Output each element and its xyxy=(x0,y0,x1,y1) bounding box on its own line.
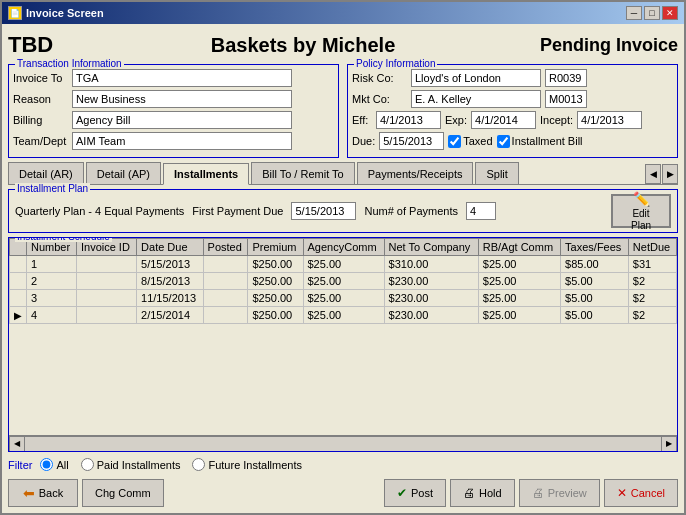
reason-input[interactable] xyxy=(72,90,292,108)
schedule-table: Number Invoice ID Date Due Posted Premiu… xyxy=(9,238,677,324)
post-check-icon: ✔ xyxy=(397,486,407,500)
title-bar: 📄 Invoice Screen ─ □ ✕ xyxy=(2,2,684,24)
filter-paid-option[interactable]: Paid Installments xyxy=(81,458,181,471)
maximize-button[interactable]: □ xyxy=(644,6,660,20)
window-icon: 📄 xyxy=(8,6,22,20)
plan-text: Quarterly Plan - 4 Equal Payments xyxy=(15,205,184,217)
tab-detail-ar[interactable]: Detail (AR) xyxy=(8,162,84,184)
hold-label: Hold xyxy=(479,487,502,499)
tab-next-button[interactable]: ▶ xyxy=(662,164,678,184)
filter-paid-label: Paid Installments xyxy=(97,459,181,471)
mkt-co-label: Mkt Co: xyxy=(352,93,407,105)
cell-posted xyxy=(203,307,248,324)
post-button[interactable]: ✔ Post xyxy=(384,479,446,507)
horizontal-scrollbar[interactable]: ◀ ▶ xyxy=(9,435,677,451)
preview-button[interactable]: 🖨 Preview xyxy=(519,479,600,507)
cell-date-due: 8/15/2013 xyxy=(137,273,204,290)
mkt-co-input[interactable] xyxy=(411,90,541,108)
eff-row: Eff: Exp: Incept: xyxy=(352,111,673,129)
cell-invoice-id xyxy=(76,307,136,324)
invoice-window: 📄 Invoice Screen ─ □ ✕ TBD Baskets by Mi… xyxy=(0,0,686,515)
table-row[interactable]: 2 8/15/2013 $250.00 $25.00 $230.00 $25.0… xyxy=(10,273,677,290)
risk-co-input[interactable] xyxy=(411,69,541,87)
cell-premium: $250.00 xyxy=(248,290,303,307)
incept-label: Incept: xyxy=(540,114,573,126)
team-row: Team/Dept xyxy=(13,132,334,150)
cell-premium: $250.00 xyxy=(248,307,303,324)
schedule-table-wrapper[interactable]: Number Invoice ID Date Due Posted Premiu… xyxy=(9,238,677,435)
tab-prev-button[interactable]: ◀ xyxy=(645,164,661,184)
preview-label: Preview xyxy=(548,487,587,499)
hold-icon: 🖨 xyxy=(463,486,475,500)
table-row[interactable]: 3 11/15/2013 $250.00 $25.00 $230.00 $25.… xyxy=(10,290,677,307)
filter-future-radio[interactable] xyxy=(192,458,205,471)
taxed-checkbox-item: Taxed xyxy=(448,135,492,148)
due-input[interactable] xyxy=(379,132,444,150)
num-payments-input[interactable] xyxy=(466,202,496,220)
row-indicator: ▶ xyxy=(10,307,27,324)
cell-number: 2 xyxy=(27,273,77,290)
table-row[interactable]: ▶ 4 2/15/2014 $250.00 $25.00 $230.00 $25… xyxy=(10,307,677,324)
invoice-to-row: Invoice To xyxy=(13,69,334,87)
chg-comm-button[interactable]: Chg Comm xyxy=(82,479,164,507)
installment-plan-label: Installment Plan xyxy=(15,183,90,194)
exp-label: Exp: xyxy=(445,114,467,126)
cell-number: 4 xyxy=(27,307,77,324)
policy-info-panel: Policy Information Risk Co: Mkt Co: Eff: xyxy=(347,64,678,158)
filter-all-radio[interactable] xyxy=(40,458,53,471)
cancel-button[interactable]: ✕ Cancel xyxy=(604,479,678,507)
policy-info-label: Policy Information xyxy=(354,58,437,69)
hold-button[interactable]: 🖨 Hold xyxy=(450,479,515,507)
cell-net-due: $31 xyxy=(628,256,676,273)
cell-rb-comm: $25.00 xyxy=(478,256,560,273)
filter-all-option[interactable]: All xyxy=(40,458,68,471)
cell-invoice-id xyxy=(76,256,136,273)
edit-plan-button[interactable]: ✏️ Edit Plan xyxy=(611,194,671,228)
cell-date-due: 2/15/2014 xyxy=(137,307,204,324)
cell-premium: $250.00 xyxy=(248,273,303,290)
col-rb-comm: RB/Agt Comm xyxy=(478,239,560,256)
installment-schedule-section: Installment Schedule Number Invoice ID D… xyxy=(8,237,678,452)
hscroll-left-button[interactable]: ◀ xyxy=(9,436,25,452)
taxed-checkbox[interactable] xyxy=(448,135,461,148)
tab-installments[interactable]: Installments xyxy=(163,163,249,185)
cell-net-company: $310.00 xyxy=(384,256,478,273)
billing-input[interactable] xyxy=(72,111,292,129)
cell-agency-comm: $25.00 xyxy=(303,307,384,324)
col-posted: Posted xyxy=(203,239,248,256)
tab-payments[interactable]: Payments/Receipts xyxy=(357,162,474,184)
tab-split[interactable]: Split xyxy=(475,162,518,184)
cell-date-due: 5/15/2013 xyxy=(137,256,204,273)
filter-paid-radio[interactable] xyxy=(81,458,94,471)
cancel-x-icon: ✕ xyxy=(617,486,627,500)
table-row[interactable]: 1 5/15/2013 $250.00 $25.00 $310.00 $25.0… xyxy=(10,256,677,273)
col-net-company: Net To Company xyxy=(384,239,478,256)
hscroll-track[interactable] xyxy=(25,436,661,452)
col-premium: Premium xyxy=(248,239,303,256)
incept-input[interactable] xyxy=(577,111,642,129)
mkt-co-code-input[interactable] xyxy=(545,90,587,108)
risk-co-code-input[interactable] xyxy=(545,69,587,87)
edit-icon: ✏️ xyxy=(633,191,650,207)
tab-detail-ap[interactable]: Detail (AP) xyxy=(86,162,161,184)
exp-input[interactable] xyxy=(471,111,536,129)
installment-bill-checkbox[interactable] xyxy=(497,135,510,148)
team-input[interactable] xyxy=(72,132,292,150)
invoice-to-input[interactable] xyxy=(72,69,292,87)
eff-input[interactable] xyxy=(376,111,441,129)
close-button[interactable]: ✕ xyxy=(662,6,678,20)
first-payment-input[interactable] xyxy=(291,202,356,220)
filter-future-option[interactable]: Future Installments xyxy=(192,458,302,471)
row-indicator xyxy=(10,290,27,307)
tab-bill-to[interactable]: Bill To / Remit To xyxy=(251,162,355,184)
back-button[interactable]: ⬅ Back xyxy=(8,479,78,507)
cell-net-company: $230.00 xyxy=(384,273,478,290)
col-net-due: NetDue xyxy=(628,239,676,256)
header-row: TBD Baskets by Michele Pending Invoice xyxy=(8,28,678,62)
installment-bill-label: Installment Bill xyxy=(512,135,583,147)
minimize-button[interactable]: ─ xyxy=(626,6,642,20)
hscroll-right-button[interactable]: ▶ xyxy=(661,436,677,452)
footer-buttons: ⬅ Back Chg Comm ✔ Post 🖨 Hold 🖨 Preview … xyxy=(8,475,678,509)
tbd-label: TBD xyxy=(8,32,128,58)
edit-label: Edit xyxy=(632,208,649,219)
